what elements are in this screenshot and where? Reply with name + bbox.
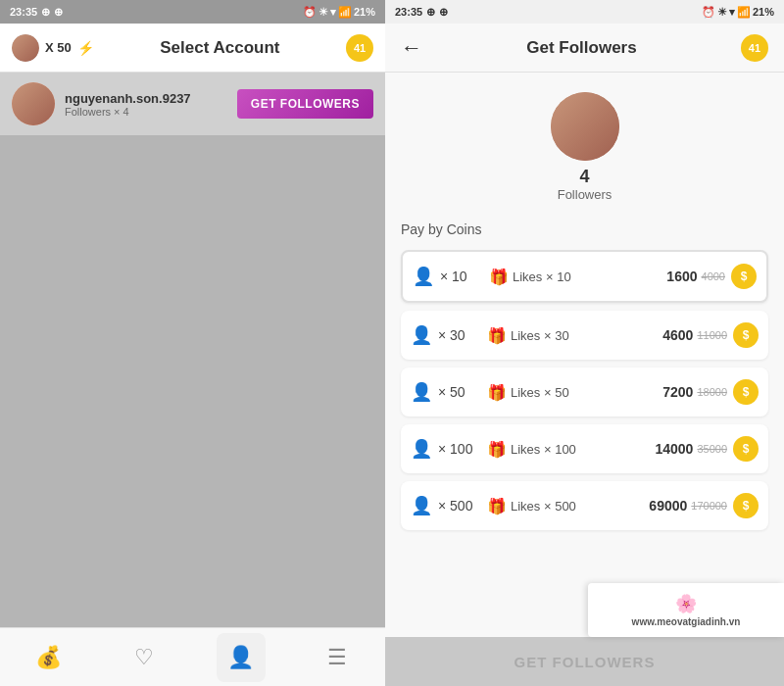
time-left: 23:35 [10, 6, 37, 18]
header-left-inner: X 50 ⚡ [12, 34, 94, 62]
package-old-price-0: 4000 [702, 270, 725, 282]
account-info: nguyenanh.son.9237 Followers × 4 [65, 91, 227, 118]
likes-gift-icon-0: 🎁 [489, 268, 509, 286]
watermark: 🌸 www.meovatgiadinh.vn [588, 583, 784, 637]
package-price-2: 7200 [662, 384, 693, 400]
package-price-3: 14000 [655, 441, 693, 457]
alarm-icon-right: ⏰ [702, 6, 715, 19]
header-right: ← Get Followers 41 [385, 24, 784, 73]
likes-gift-icon-3: 🎁 [487, 440, 507, 459]
package-coin-btn-3[interactable]: $ [733, 436, 759, 462]
package-row[interactable]: 👤 × 500 🎁 Likes × 500 69000 170000 $ [401, 481, 768, 530]
get-followers-button-left[interactable]: GET FOLLOWERS [237, 89, 373, 119]
left-panel: 23:35 ⊕ ⊕ ⏰ ☀ ▾ 📶 21% X 50 ⚡ Select Acco… [0, 0, 385, 686]
package-count-3: × 100 [438, 441, 487, 457]
watermark-url: www.meovatgiadinh.vn [632, 616, 741, 627]
alarm-icon: ⏰ [303, 6, 317, 19]
account-name: nguyenanh.son.9237 [65, 91, 227, 106]
signal-icon: 📶 [338, 6, 352, 19]
follower-icon-3: 👤 [411, 438, 432, 460]
right-header-title: Get Followers [526, 38, 636, 58]
brightness-icon: ☀ [318, 6, 328, 19]
heart-nav-icon: ♡ [134, 645, 154, 670]
status-bar-left: 23:35 ⊕ ⊕ ⏰ ☀ ▾ 📶 21% [0, 0, 385, 24]
package-coin-btn-0[interactable]: $ [731, 264, 757, 289]
battery-right: 21% [753, 6, 774, 18]
get-followers-bottom-label: GET FOLLOWERS [514, 654, 656, 670]
left-header-title: Select Account [160, 38, 279, 58]
follower-icon-0: 👤 [413, 266, 434, 287]
package-likes-0: Likes × 10 [513, 270, 666, 284]
package-likes-3: Likes × 100 [511, 442, 655, 457]
wifi-icon-right: ▾ [729, 6, 735, 19]
package-old-price-1: 11000 [697, 329, 727, 341]
instagram-icon1: ⊕ [41, 6, 50, 19]
nav-menu[interactable]: ☰ [313, 633, 362, 682]
lightning-icon: ⚡ [77, 40, 94, 56]
status-icons-left: ⏰ ☀ ▾ 📶 21% [303, 6, 375, 19]
nav-coin[interactable]: 💰 [24, 633, 73, 682]
user-section: 4 Followers [385, 73, 784, 212]
wifi-icon: ▾ [330, 6, 336, 19]
package-count-2: × 50 [438, 384, 487, 400]
follower-count: 4 [579, 167, 589, 187]
status-bar-left-content: 23:35 ⊕ ⊕ [10, 6, 63, 19]
likes-gift-icon-2: 🎁 [487, 383, 507, 402]
follower-icon-4: 👤 [411, 495, 432, 516]
package-old-price-4: 170000 [691, 500, 727, 512]
left-content-area [0, 135, 385, 627]
get-followers-bottom-btn[interactable]: GET FOLLOWERS [385, 637, 784, 686]
app-logo [12, 34, 39, 62]
package-count-1: × 30 [438, 327, 487, 343]
watermark-logo-icon: 🌸 [675, 593, 697, 614]
logo-x-text: X 50 [45, 40, 72, 55]
package-count-0: × 10 [440, 269, 489, 284]
nav-profile[interactable]: 👤 [217, 633, 266, 682]
instagram-icon2: ⊕ [54, 6, 63, 19]
status-icons-right: ⏰ ☀ ▾ 📶 21% [702, 6, 774, 19]
menu-nav-icon: ☰ [327, 645, 347, 670]
instagram-icon4: ⊕ [439, 6, 448, 19]
profile-nav-icon: 👤 [227, 645, 254, 670]
package-price-4: 69000 [649, 498, 687, 514]
packages-list: 👤 × 10 🎁 Likes × 10 1600 4000 $ 👤 × 30 🎁… [385, 250, 784, 637]
package-price-0: 1600 [666, 269, 697, 284]
instagram-icon3: ⊕ [426, 6, 435, 19]
right-panel: 23:35 ⊕ ⊕ ⏰ ☀ ▾ 📶 21% ← Get Followers 41… [385, 0, 784, 686]
back-arrow-icon[interactable]: ← [401, 35, 422, 61]
package-coin-btn-2[interactable]: $ [733, 379, 759, 405]
follower-label: Followers [558, 187, 612, 202]
package-coin-btn-1[interactable]: $ [733, 322, 759, 348]
pay-section: Pay by Coins [385, 212, 784, 250]
coin-nav-icon: 💰 [35, 645, 62, 670]
time-right: 23:35 [395, 6, 422, 18]
package-price-1: 4600 [662, 327, 693, 343]
package-old-price-2: 18000 [697, 386, 727, 398]
bottom-nav: 💰 ♡ 👤 ☰ [0, 627, 385, 686]
nav-heart[interactable]: ♡ [120, 633, 169, 682]
package-row[interactable]: 👤 × 50 🎁 Likes × 50 7200 18000 $ [401, 368, 768, 416]
battery-left: 21% [354, 6, 375, 18]
package-count-4: × 500 [438, 498, 487, 514]
brightness-icon-right: ☀ [717, 6, 727, 19]
package-likes-1: Likes × 30 [511, 328, 662, 343]
account-avatar [12, 82, 55, 125]
account-followers: Followers × 4 [65, 106, 227, 118]
status-bar-right-content: 23:35 ⊕ ⊕ [395, 6, 448, 19]
package-likes-2: Likes × 50 [511, 385, 662, 400]
package-coin-btn-4[interactable]: $ [733, 493, 759, 518]
package-likes-4: Likes × 500 [511, 499, 649, 514]
package-row[interactable]: 👤 × 10 🎁 Likes × 10 1600 4000 $ [401, 250, 768, 303]
header-left: X 50 ⚡ Select Account 41 [0, 24, 385, 73]
coin-badge-right: 41 [741, 34, 768, 62]
user-avatar-large [551, 92, 619, 161]
follower-icon-2: 👤 [411, 381, 432, 403]
package-row[interactable]: 👤 × 30 🎁 Likes × 30 4600 11000 $ [401, 311, 768, 360]
package-row[interactable]: 👤 × 100 🎁 Likes × 100 14000 35000 $ [401, 424, 768, 473]
follower-icon-1: 👤 [411, 324, 432, 346]
account-row[interactable]: nguyenanh.son.9237 Followers × 4 GET FOL… [0, 73, 385, 135]
likes-gift-icon-1: 🎁 [487, 326, 507, 345]
likes-gift-icon-4: 🎁 [487, 497, 507, 515]
signal-icon-right: 📶 [737, 6, 751, 19]
status-bar-right: 23:35 ⊕ ⊕ ⏰ ☀ ▾ 📶 21% [385, 0, 784, 24]
